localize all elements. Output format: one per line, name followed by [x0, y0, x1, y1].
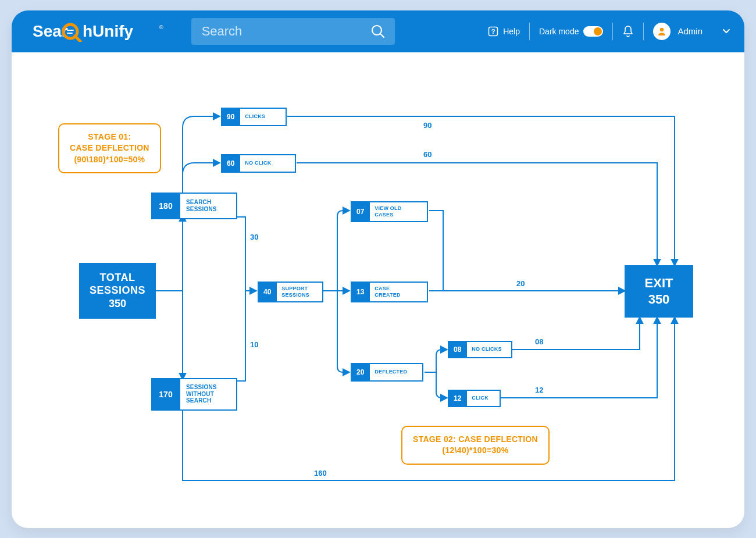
user-name: Admin	[677, 26, 702, 36]
header: Sear hUnify ® ? Help	[12, 10, 744, 52]
search-input[interactable]	[201, 23, 370, 40]
node-total-sessions: TOTAL SESSIONS 350	[79, 263, 156, 319]
edge-label-60: 60	[423, 150, 432, 159]
edge-label-90: 90	[423, 121, 432, 130]
logo: Sear hUnify ®	[33, 21, 163, 42]
chevron-down-icon	[722, 28, 730, 34]
stage-2-box: STAGE 02: CASE DEFLECTION (12\40)*100=30…	[401, 426, 550, 465]
node-no-click: 60 NO CLICK	[221, 154, 296, 173]
user-icon	[657, 26, 667, 37]
svg-text:?: ?	[491, 28, 495, 35]
help-icon: ?	[488, 26, 498, 37]
user-menu[interactable]: Admin	[644, 23, 730, 40]
darkmode-label: Dark mode	[539, 27, 579, 36]
node-exit: EXIT 350	[625, 265, 693, 318]
node-deflected: 20 DEFLECTED	[351, 363, 423, 382]
node-no-clicks-2: 08 NO CLICKS	[448, 341, 512, 358]
app-frame: Sear hUnify ® ? Help	[12, 10, 744, 528]
notifications-button[interactable]	[613, 25, 643, 38]
darkmode-toggle[interactable]: Dark mode	[530, 26, 612, 37]
toggle-switch[interactable]	[583, 26, 603, 37]
stage-1-box: STAGE 01: CASE DEFLECTION (90\180)*100=5…	[58, 123, 161, 174]
edge-label-20: 20	[516, 279, 525, 288]
flow-diagram: TOTAL SESSIONS 350 180 SEARCH SESSIONS 1…	[29, 52, 727, 516]
avatar	[653, 23, 671, 40]
node-clicks: 90 CLICKS	[221, 108, 287, 126]
node-sessions-without-search: 170 SESSIONS WITHOUT SEARCH	[151, 378, 237, 411]
node-view-old-cases: 07 VIEW OLD CASES	[351, 201, 428, 222]
edge-label-160: 160	[314, 469, 327, 478]
edge-label-10: 10	[250, 340, 258, 349]
node-case-created: 13 CASE CREATED	[351, 282, 428, 302]
search-icon	[370, 24, 386, 39]
node-click-2: 12 CLICK	[448, 390, 501, 407]
node-support-sessions: 40 SUPPORT SESSIONS	[258, 282, 323, 302]
svg-text:hUnify: hUnify	[83, 22, 134, 40]
edge-label-08: 08	[535, 337, 543, 346]
help-label: Help	[503, 27, 520, 36]
svg-point-6	[660, 27, 664, 31]
bell-icon	[622, 25, 634, 38]
registered-mark: ®	[159, 24, 163, 30]
node-search-sessions: 180 SEARCH SESSIONS	[151, 193, 237, 219]
header-right: ? Help Dark mode Admin	[479, 10, 730, 52]
help-button[interactable]: ? Help	[479, 26, 529, 37]
edge-label-30: 30	[250, 233, 258, 241]
edge-label-12: 12	[535, 386, 543, 394]
search-box[interactable]	[191, 18, 395, 45]
